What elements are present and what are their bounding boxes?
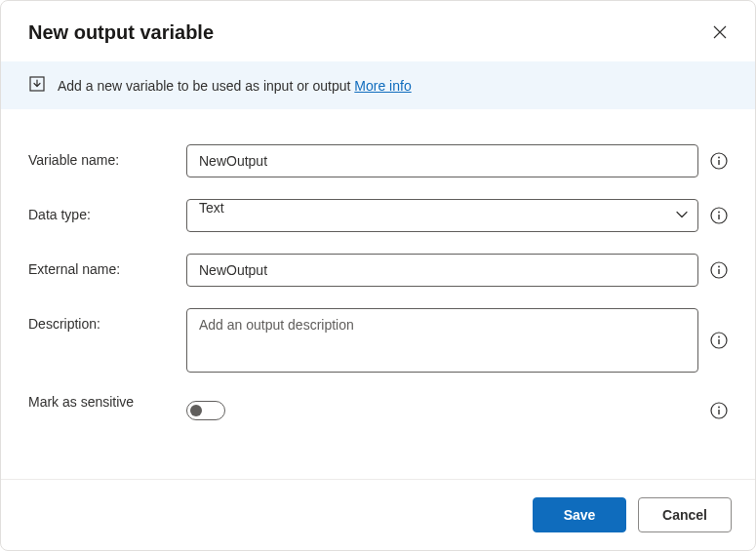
info-button-description[interactable] — [710, 308, 728, 373]
mark-sensitive-toggle[interactable] — [186, 401, 225, 420]
info-icon — [710, 332, 728, 349]
svg-rect-6 — [718, 215, 719, 219]
info-icon — [710, 152, 728, 170]
info-button-mark-sensitive[interactable] — [710, 394, 728, 427]
label-variable-name: Variable name: — [28, 144, 186, 168]
variable-io-icon — [28, 75, 46, 96]
info-button-variable-name[interactable] — [710, 144, 728, 177]
row-variable-name: Variable name: — [28, 144, 728, 177]
info-button-data-type[interactable] — [710, 199, 728, 232]
label-external-name: External name: — [28, 254, 186, 277]
cancel-button[interactable]: Cancel — [638, 497, 732, 532]
label-description: Description: — [28, 308, 186, 332]
close-icon — [712, 24, 728, 40]
dialog-header: New output variable — [1, 1, 755, 61]
svg-rect-12 — [718, 339, 719, 344]
more-info-link[interactable]: More info — [354, 78, 411, 94]
svg-rect-15 — [718, 410, 719, 414]
save-button[interactable]: Save — [533, 497, 626, 532]
data-type-select[interactable]: Text — [186, 199, 698, 232]
row-mark-sensitive: Mark as sensitive — [28, 394, 728, 427]
external-name-input[interactable] — [186, 254, 698, 287]
svg-rect-9 — [718, 269, 719, 274]
form-body: Variable name: Data type: Text — [1, 109, 755, 479]
svg-point-8 — [718, 266, 720, 268]
svg-point-2 — [718, 157, 720, 159]
variable-name-input[interactable] — [186, 144, 698, 177]
info-banner: Add a new variable to be used as input o… — [1, 61, 755, 109]
dialog-title: New output variable — [28, 21, 214, 44]
toggle-thumb — [190, 405, 202, 416]
row-data-type: Data type: Text — [28, 199, 728, 232]
row-description: Description: — [28, 308, 728, 373]
svg-point-5 — [718, 212, 720, 214]
label-mark-sensitive: Mark as sensitive — [28, 394, 186, 410]
row-external-name: External name: — [28, 254, 728, 287]
svg-point-11 — [718, 336, 720, 338]
svg-rect-3 — [718, 160, 719, 165]
svg-point-14 — [718, 407, 720, 409]
info-icon — [710, 261, 728, 279]
info-banner-text: Add a new variable to be used as input o… — [58, 78, 412, 94]
label-data-type: Data type: — [28, 199, 186, 222]
info-icon — [710, 402, 728, 419]
info-button-external-name[interactable] — [710, 254, 728, 287]
dialog-new-output-variable: New output variable Add a new variable t… — [0, 0, 756, 551]
dialog-footer: Save Cancel — [1, 479, 755, 550]
description-input[interactable] — [186, 308, 698, 373]
close-button[interactable] — [708, 20, 732, 44]
info-icon — [710, 207, 728, 224]
